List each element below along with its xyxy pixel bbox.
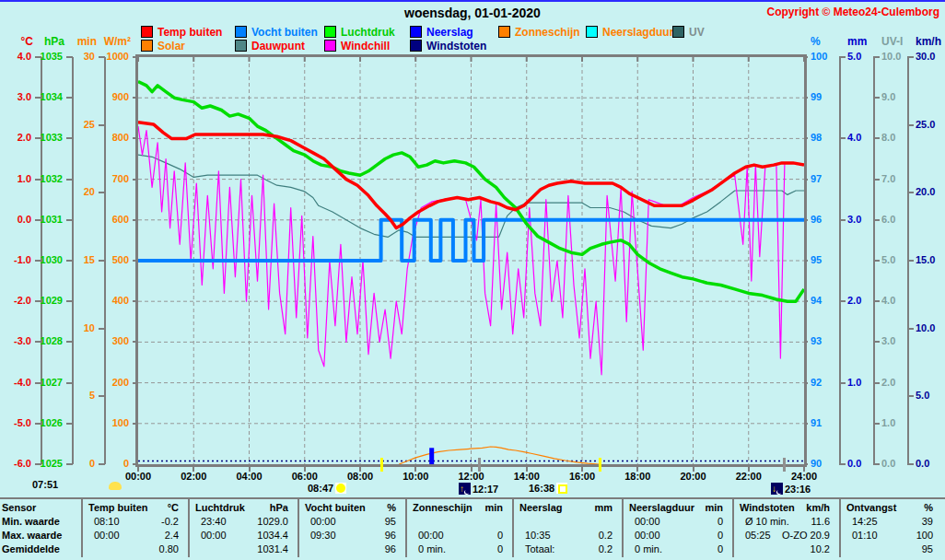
legend-item-neerslag: Neerslag <box>410 26 473 38</box>
axis-tick-label: 25.0 <box>916 119 945 131</box>
moonrise-icon: ↑ <box>459 483 471 495</box>
axis-tick-label: 1.0 <box>881 417 926 429</box>
temp-buiten-swatch-icon <box>141 26 153 38</box>
legend-item-neerslagduur: Neerslagduur <box>586 26 673 38</box>
table-header-unit: % <box>841 501 933 514</box>
neerslag-swatch-icon <box>410 26 422 38</box>
axis-tick <box>873 300 880 302</box>
table-cell-value: 1029.0 <box>190 515 288 528</box>
windchill-swatch-icon <box>324 40 336 52</box>
table-header-unit: hPa <box>190 501 288 514</box>
axis-tick <box>99 192 105 193</box>
x-axis-label: 02:00 <box>169 471 217 482</box>
axis-tick <box>839 382 846 384</box>
legend-item-temp-buiten: Temp buiten <box>141 26 222 38</box>
x-axis-label: 04:00 <box>226 471 274 482</box>
event-time: 23:16 <box>785 484 811 495</box>
vocht-buiten-swatch-icon <box>235 26 247 38</box>
axis-tick <box>99 124 105 126</box>
x-axis-label: 06:00 <box>281 471 329 482</box>
axis-tick-label: 1034 <box>18 91 63 103</box>
axis-tick <box>66 341 73 343</box>
axis-unit-w-m-: W/m² <box>85 35 131 48</box>
axis-tick <box>99 328 105 330</box>
axis-tick-label: 100 <box>85 417 129 429</box>
axis-tick-label: 25 <box>51 119 95 131</box>
chart-plot-area <box>135 54 807 467</box>
axis-tick-label: 1027 <box>18 377 63 389</box>
axis-tick-label: 1029 <box>18 295 63 307</box>
axis-tick <box>66 137 73 139</box>
axis-tick-label: 10.0 <box>916 322 945 334</box>
moonset-icon: ↓ <box>771 483 783 495</box>
sunrise-icon <box>335 483 346 494</box>
x-axis-label: 00:00 <box>114 471 162 482</box>
event-time: 16:38 <box>529 483 554 494</box>
legend-label: Temp buiten <box>158 26 222 39</box>
table-separator <box>0 497 945 499</box>
table-row-label: Sensor <box>2 501 36 514</box>
table-header-unit: min <box>624 501 723 514</box>
axis-tick-label: 1031 <box>18 214 63 226</box>
axis-unit-km-h: km/h <box>916 35 941 48</box>
legend-label: Neerslag <box>426 26 473 39</box>
axis-tick-label: 200 <box>85 377 129 389</box>
axis-tick-label: 900 <box>85 91 129 103</box>
axis-tick-label: 95 <box>811 254 855 266</box>
axis-tick-label: 6.0 <box>881 214 926 226</box>
axis-tick <box>873 260 880 262</box>
legend-item-solar: Solar <box>141 40 185 52</box>
axis-tick <box>66 300 73 302</box>
series-luchtdruk <box>138 82 804 302</box>
table-cell-value: 96 <box>299 542 396 555</box>
axis-tick-label: 93 <box>811 335 855 347</box>
legend-label: Windchill <box>341 40 390 52</box>
axis-tick <box>907 124 914 126</box>
sun-moon-event-2316: ↓23:16 <box>769 483 811 496</box>
axis-tick <box>99 395 105 397</box>
axis-tick-label: 600 <box>85 214 129 226</box>
sun-moon-event-0847: 08:47 <box>308 483 348 496</box>
event-axis-tick <box>783 458 786 472</box>
event-time: 08:47 <box>308 483 333 494</box>
axis-tick <box>873 341 880 343</box>
legend-label: UV <box>689 26 705 39</box>
axis-tick <box>907 260 914 262</box>
axis-tick-label: 8.0 <box>881 132 926 144</box>
axis-tick <box>66 179 73 181</box>
dawn-sun-icon <box>109 482 122 490</box>
table-header-unit: % <box>299 501 396 514</box>
x-axis-label: 24:00 <box>780 471 828 482</box>
dawn-time: 07:51 <box>32 479 58 492</box>
axis-tick-label: 2.0 <box>881 377 926 389</box>
table-cell-value: 0 <box>624 529 723 542</box>
legend-label: Vocht buiten <box>251 26 318 39</box>
axis-tick <box>66 382 73 384</box>
legend-item-vocht-buiten: Vocht buiten <box>235 26 318 38</box>
table-cell-value: 0.2 <box>514 542 612 555</box>
axis-tick-label: 30.0 <box>916 51 945 63</box>
event-axis-tick <box>380 458 383 472</box>
windstoten-swatch-icon <box>410 40 422 52</box>
table-cell-value: 0 <box>624 515 723 528</box>
x-axis-label: 10:00 <box>391 471 439 482</box>
page-top-border <box>0 0 945 2</box>
dauwpunt-swatch-icon <box>235 40 247 52</box>
legend-item-dauwpunt: Dauwpunt <box>235 40 305 52</box>
table-cell-value: 0.2 <box>514 529 612 542</box>
table-cell-value: 96 <box>299 529 396 542</box>
legend-item-luchtdruk: Luchtdruk <box>324 26 395 38</box>
axis-tick-label: 1032 <box>18 173 63 185</box>
axis-tick-label: 20 <box>51 186 95 198</box>
table-cell-value: 2.4 <box>83 529 179 542</box>
axis-tick-label: 1026 <box>18 417 63 429</box>
table-cell-value: -0.2 <box>83 515 179 528</box>
axis-tick <box>839 463 846 465</box>
legend-label: Windstoten <box>426 40 486 52</box>
axis-tick-label: 3.0 <box>881 335 926 347</box>
table-cell-value: 0 <box>624 542 723 555</box>
axis-tick <box>839 137 846 139</box>
axis-tick <box>66 423 73 425</box>
axis-tick-label: 500 <box>85 254 129 266</box>
table-cell-value: 11.6 <box>734 515 830 528</box>
